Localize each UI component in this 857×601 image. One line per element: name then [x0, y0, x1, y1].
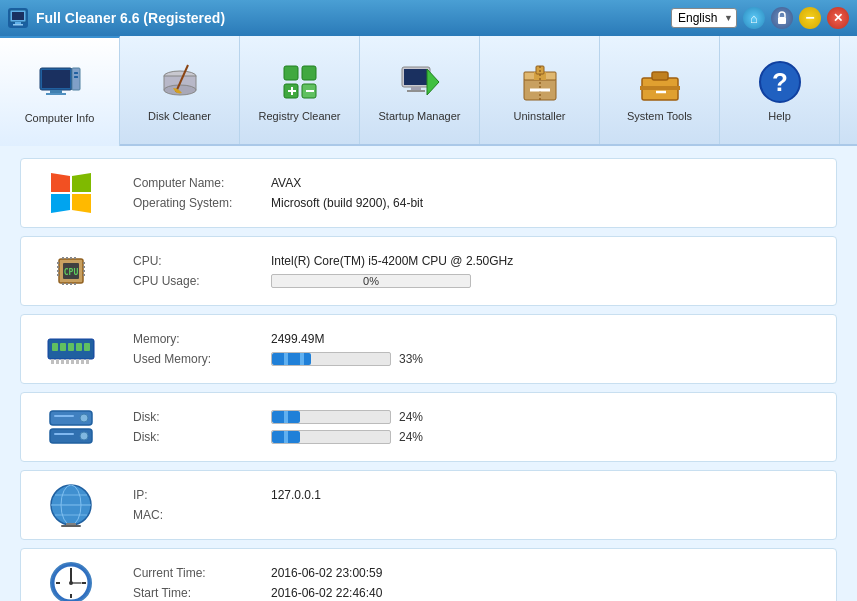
computer-name-label: Computer Name: — [133, 176, 263, 190]
disk-data: Disk: 24% Disk: 24% — [121, 393, 836, 461]
close-button[interactable]: ✕ — [827, 7, 849, 29]
nav-item-disk-cleaner[interactable]: Disk Cleaner — [120, 36, 240, 144]
cpu-usage-row: CPU Usage: 0% — [133, 274, 824, 288]
nav-label-disk-cleaner: Disk Cleaner — [148, 110, 211, 122]
cpu-name-row: CPU: Intel(R) Core(TM) i5-4200M CPU @ 2.… — [133, 254, 824, 268]
nav-item-computer-info[interactable]: Computer Info — [0, 36, 120, 146]
svg-rect-67 — [61, 359, 64, 364]
memory-label: Memory: — [133, 332, 263, 346]
cpu-icon-col: CPU — [21, 237, 121, 305]
memory-progress-fill — [272, 353, 311, 365]
svg-rect-65 — [51, 359, 54, 364]
nav-label-uninstaller: Uninstaller — [514, 110, 566, 122]
uninstaller-icon — [516, 58, 564, 106]
svg-rect-16 — [284, 66, 298, 80]
svg-rect-70 — [76, 359, 79, 364]
system-tools-icon — [636, 58, 684, 106]
svg-rect-60 — [52, 343, 58, 351]
disk1-progress-container: 24% — [271, 410, 429, 424]
disk1-progress-bar — [271, 410, 391, 424]
time-icon — [45, 557, 97, 601]
home-button[interactable]: ⌂ — [743, 7, 765, 29]
svg-rect-35 — [652, 72, 668, 80]
nav-label-help: Help — [768, 110, 791, 122]
disk1-label: Disk: — [133, 410, 263, 424]
svg-rect-85 — [61, 525, 81, 527]
svg-rect-66 — [56, 359, 59, 364]
nav-label-computer-info: Computer Info — [25, 112, 95, 124]
start-time-row: Start Time: 2016-06-02 22:46:40 — [133, 586, 824, 600]
help-icon: ? — [756, 58, 804, 106]
current-time-row: Current Time: 2016-06-02 23:00:59 — [133, 566, 824, 580]
computer-name-row: Computer Name: AVAX — [133, 176, 824, 190]
memory-used-label: Used Memory: — [133, 352, 263, 366]
cpu-section: CPU CPU: Intel(R) Core(TM) i5-4200M CPU … — [20, 236, 837, 306]
nav-bar: Computer Info Disk Cleaner — [0, 36, 857, 146]
memory-icon — [45, 323, 97, 375]
disk1-progress-fill — [272, 411, 300, 423]
nav-item-help[interactable]: ? Help — [720, 36, 840, 144]
svg-rect-24 — [404, 69, 428, 85]
mac-row: MAC: — [133, 508, 824, 522]
memory-progress-container: 33% — [271, 352, 429, 366]
disk2-progress-container: 24% — [271, 430, 429, 444]
main-content: Computer Name: AVAX Operating System: Mi… — [0, 146, 857, 601]
network-icon-col — [21, 471, 121, 539]
cpu-name-label: CPU: — [133, 254, 263, 268]
svg-rect-1 — [12, 12, 24, 20]
cpu-icon: CPU — [45, 245, 97, 297]
svg-point-97 — [69, 581, 73, 585]
svg-rect-72 — [86, 359, 89, 364]
svg-rect-8 — [46, 93, 66, 95]
network-icon — [45, 479, 97, 531]
current-time-value: 2016-06-02 23:00:59 — [271, 566, 382, 580]
nav-item-startup-manager[interactable]: Startup Manager — [360, 36, 480, 144]
svg-marker-27 — [427, 69, 439, 95]
time-data: Current Time: 2016-06-02 23:00:59 Start … — [121, 549, 836, 601]
svg-point-14 — [164, 85, 196, 95]
ip-value: 127.0.0.1 — [271, 488, 321, 502]
lock-button[interactable] — [771, 7, 793, 29]
disk2-progress-bar — [271, 430, 391, 444]
disk2-label: Disk: — [133, 430, 263, 444]
disk-icon — [45, 401, 97, 453]
svg-rect-69 — [71, 359, 74, 364]
network-section: IP: 127.0.0.1 MAC: — [20, 470, 837, 540]
disk2-progress-text: 24% — [399, 430, 429, 444]
svg-rect-9 — [72, 68, 80, 90]
cpu-data: CPU: Intel(R) Core(TM) i5-4200M CPU @ 2.… — [121, 237, 836, 305]
memory-progress-bar — [271, 352, 391, 366]
svg-rect-4 — [778, 17, 786, 24]
svg-rect-3 — [13, 24, 23, 26]
svg-rect-6 — [42, 70, 70, 88]
os-section: Computer Name: AVAX Operating System: Mi… — [20, 158, 837, 228]
current-time-label: Current Time: — [133, 566, 263, 580]
memory-data: Memory: 2499.49M Used Memory: 33% — [121, 315, 836, 383]
language-select[interactable]: English — [671, 8, 737, 28]
minimize-button[interactable]: − — [799, 7, 821, 29]
svg-rect-36 — [640, 86, 680, 90]
computer-info-icon — [36, 60, 84, 108]
svg-rect-26 — [407, 90, 425, 92]
language-selector-wrapper[interactable]: English ▼ — [671, 8, 737, 28]
svg-rect-71 — [81, 359, 84, 364]
network-data: IP: 127.0.0.1 MAC: — [121, 471, 836, 539]
os-icon-col — [21, 159, 121, 227]
nav-item-system-tools[interactable]: System Tools — [600, 36, 720, 144]
nav-item-registry-cleaner[interactable]: Registry Cleaner — [240, 36, 360, 144]
memory-icon-col — [21, 315, 121, 383]
cpu-name-value: Intel(R) Core(TM) i5-4200M CPU @ 2.50GHz — [271, 254, 513, 268]
cpu-usage-label: CPU Usage: — [133, 274, 263, 288]
title-bar-controls: English ▼ ⌂ − ✕ — [671, 7, 849, 29]
svg-rect-64 — [84, 343, 90, 351]
nav-item-uninstaller[interactable]: Uninstaller — [480, 36, 600, 144]
disk2-progress-fill — [272, 431, 300, 443]
svg-text:?: ? — [772, 67, 788, 97]
time-icon-col — [21, 549, 121, 601]
svg-rect-17 — [302, 66, 316, 80]
memory-section: Memory: 2499.49M Used Memory: 33% — [20, 314, 837, 384]
ip-row: IP: 127.0.0.1 — [133, 488, 824, 502]
os-row: Operating System: Microsoft (build 9200)… — [133, 196, 824, 210]
nav-label-system-tools: System Tools — [627, 110, 692, 122]
memory-value: 2499.49M — [271, 332, 324, 346]
